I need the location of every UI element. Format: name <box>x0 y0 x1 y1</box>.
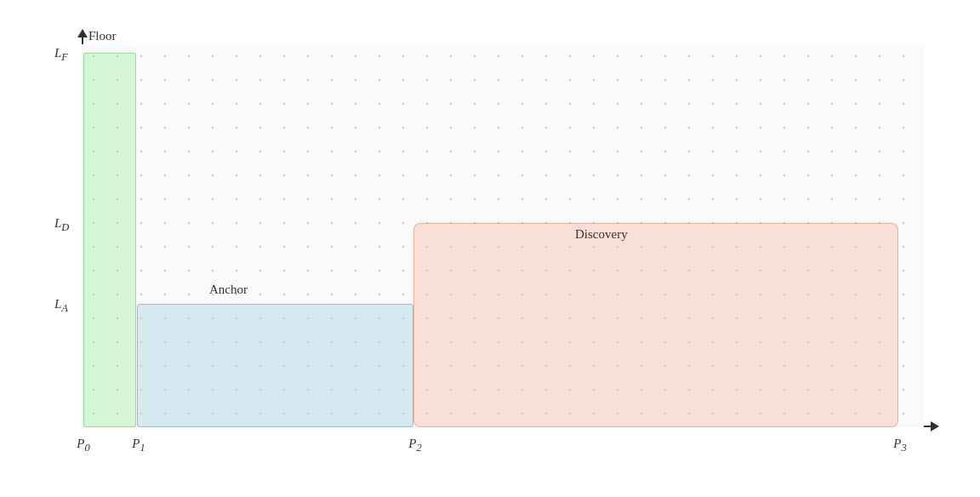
discovery-label: Discovery <box>575 227 628 242</box>
x-label-P0: P0 <box>77 437 89 454</box>
floor-label: Floor <box>88 29 117 43</box>
anchor-label: Anchor <box>209 283 248 297</box>
y-label-LA: LA <box>54 297 68 315</box>
x-label-P2: P2 <box>408 437 421 454</box>
y-label-LD: LD <box>54 216 69 234</box>
floor-bar <box>83 53 136 427</box>
chart-area: Floor Anchor Discovery <box>82 44 924 427</box>
y-label-LF: LF <box>54 46 68 64</box>
discovery-bar <box>413 223 898 427</box>
anchor-bar <box>137 304 413 427</box>
x-label-P1: P1 <box>132 437 145 454</box>
chart-container: Floor Anchor Discovery LF LD LA P0 P1 P2… <box>22 19 958 478</box>
x-label-P3: P3 <box>893 437 906 454</box>
